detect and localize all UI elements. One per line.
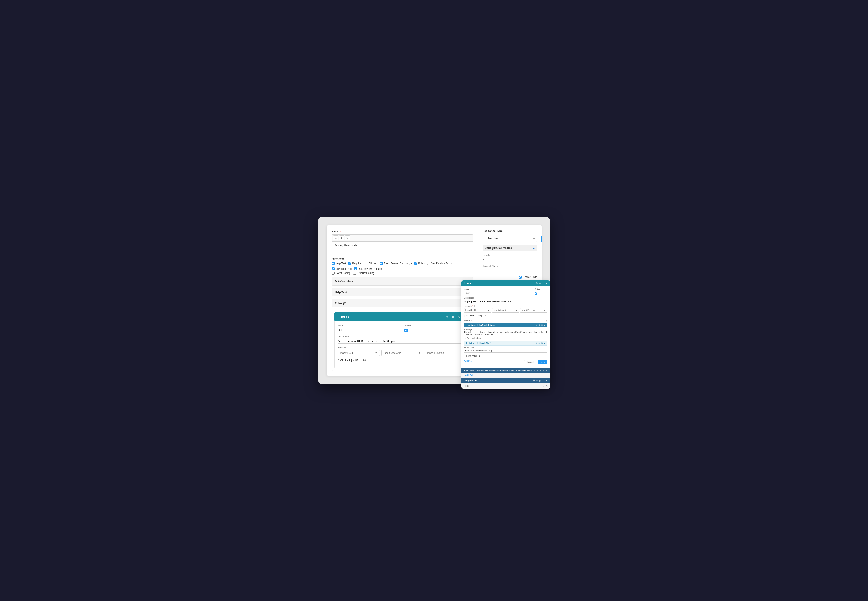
checkbox-help-text-input[interactable] [332,262,335,265]
rule1-active-field: Active [404,324,467,333]
data-variables-header[interactable]: Data Variables ▼ [332,277,473,285]
popup-add-field-button[interactable]: + Add Field [464,374,474,377]
popup-blue-bar-copy-button[interactable]: ⊞ [537,369,538,372]
config-title: Configuration Values [485,246,512,250]
popup-actions-label: Actions [464,319,472,322]
popup-collapse-button[interactable]: ▲ [546,282,548,285]
popup-action1-edit-button[interactable]: ✎ [536,324,537,326]
help-text-header[interactable]: Help Text ▼ [332,288,473,296]
popup-delete-button[interactable]: 🗑 [539,282,541,285]
checkbox-data-review-label: Data Review Required [358,267,383,270]
enable-units-checkbox[interactable] [519,276,522,279]
popup-action1-buttons: ✎ 🗑 ⧉ ▲ [536,324,546,326]
popup-save-button[interactable]: Save [537,360,548,364]
popup-insert-function-chevron-icon: ▼ [544,309,546,311]
checkbox-stratification[interactable]: Stratification Factor [427,262,453,265]
popup-insert-function-label: Insert Function [522,309,535,311]
popup-action1-copy-button[interactable]: ⧉ [541,324,543,326]
checkbox-required-input[interactable] [348,262,351,265]
popup-blue-bar-edit-button[interactable]: ✎ [534,369,535,372]
popup-blue-bar-delete-button[interactable]: 🗑 [539,369,542,372]
popup-temperature-header: Temperature ⊞ ⧉ 🗑 ⋯ ▼ [461,378,550,383]
popup-actions-add-icon[interactable]: ⊞ [545,319,548,322]
checkbox-event-coding[interactable]: Event Coding [332,272,351,275]
checkbox-required[interactable]: Required [348,262,363,265]
popup-temp-action3-button[interactable]: 🗑 [539,379,541,382]
insert-operator-chevron-icon: ▼ [418,351,421,354]
checkbox-product-coding[interactable]: Product Coding [353,272,374,275]
checkbox-stratification-input[interactable] [427,262,430,265]
checkbox-product-coding-input[interactable] [353,272,356,275]
rule1-name-input[interactable] [338,328,400,333]
popup-add-rule-button[interactable]: Add Rule [464,360,473,364]
popup-footer-buttons: Add Rule Cancel Save [464,360,548,364]
popup-blue-bar-chevron-button[interactable]: ▲ [546,369,548,372]
popup-temp-action2-button[interactable]: ⧉ [536,379,538,382]
popup-action2-collapse-button[interactable]: ▲ [543,342,546,344]
checkbox-help-text[interactable]: Help Text [332,262,346,265]
popup-edit-button[interactable]: ✎ [536,282,538,285]
popup-email-clear-button[interactable]: ✕ [489,349,491,352]
popup-insert-operator-dropdown[interactable]: Insert Operator ▼ [492,308,519,313]
popup-active-checkbox[interactable] [535,292,537,294]
decimal-value: 0 [482,268,537,273]
checkbox-event-coding-input[interactable] [332,272,335,275]
popup-action2-edit-button[interactable]: ✎ [535,342,537,344]
popup-action1-delete-button[interactable]: 🗑 [538,324,540,326]
checkbox-sdv-input[interactable] [332,267,335,270]
popup-fields-refresh-button[interactable]: ↺ [543,384,545,387]
rule1-name-label: Name [338,324,400,327]
checkbox-blinded[interactable]: Blinded [365,262,377,265]
popup-cancel-button[interactable]: Cancel [524,360,536,364]
insert-function-dropdown[interactable]: Insert Function ▼ [425,350,467,356]
functions-section: Functions Help Text Required Blinded [332,257,473,275]
popup-blue-bar-more-button[interactable]: ⋯ [543,369,545,372]
checkbox-data-review-input[interactable] [354,267,357,270]
bold-button[interactable]: B [333,235,338,241]
rule1-copy-button[interactable]: ⧉ [457,314,461,319]
checkbox-blinded-input[interactable] [365,262,368,265]
insert-field-dropdown[interactable]: Insert Field ▼ [338,350,380,356]
name-editor-content[interactable]: Resting Heart Rate [332,241,473,254]
rule1-description-input[interactable] [338,339,467,344]
checkbox-rules[interactable]: Rules [414,262,425,265]
rules-header[interactable]: Rules (1) ▲ [332,299,473,307]
popup-name-input[interactable] [464,291,533,295]
popup-insert-function-dropdown[interactable]: Insert Function ▼ [520,308,547,313]
popup-email-chevron-button[interactable]: ▶ [491,349,493,352]
popup-temp-action4-button[interactable]: ⋯ [542,379,545,382]
popup-email-value: Email alert for submission [464,349,488,352]
popup-blue-bar: Anatomical location where the resting he… [461,368,550,373]
enable-units-label[interactable]: Enable Units [519,276,537,279]
checkbox-sdv[interactable]: SDV Required [332,267,352,270]
insert-operator-label: Insert Operator [384,351,401,354]
popup-insert-field-dropdown[interactable]: Insert Field ▼ [464,308,491,313]
checkbox-rules-input[interactable] [414,262,417,265]
popup-fields-actions: ↺ ✎ [543,384,548,387]
popup-description-input[interactable] [464,300,548,303]
checkbox-track-reason[interactable]: Track Reason for change [380,262,412,265]
popup-formula-text: [[ VS_RHR ]] < 55 || > 80 [464,314,548,317]
rule1-edit-button[interactable]: ✎ [445,314,449,319]
checkbox-track-reason-input[interactable] [380,262,383,265]
popup-temp-collapse-button[interactable]: ▼ [546,379,548,382]
popup-action2-buttons: ✎ 🗑 ⧉ ▲ [535,342,546,344]
popup-fields-add-button[interactable]: ✎ [546,384,548,387]
popup-insert-operator-label: Insert Operator [494,309,508,311]
rule1-delete-button[interactable]: 🗑 [451,314,456,319]
popup-action1-title: Action - 1 (Soft Validation) [468,324,494,326]
italic-button[interactable]: I [339,235,344,241]
popup-action1-collapse-button[interactable]: ▲ [544,324,546,326]
formula-required: * [347,346,348,349]
popup-temperature-title: Temperature [464,379,477,382]
underline-button[interactable]: U [345,235,350,241]
popup-add-action-button[interactable]: + Add Action ▼ [464,354,548,358]
insert-operator-dropdown[interactable]: Insert Operator ▼ [381,350,423,356]
popup-bypass-label: ByPass Validation [464,337,548,339]
popup-temp-action1-button[interactable]: ⊞ [533,379,535,382]
popup-action2-delete-button[interactable]: 🗑 [538,342,540,344]
popup-copy-button[interactable]: ⧉ [543,282,544,285]
checkbox-data-review[interactable]: Data Review Required [354,267,383,270]
popup-action2-copy-button[interactable]: ⧉ [541,342,543,344]
rule1-active-checkbox[interactable] [404,328,408,332]
